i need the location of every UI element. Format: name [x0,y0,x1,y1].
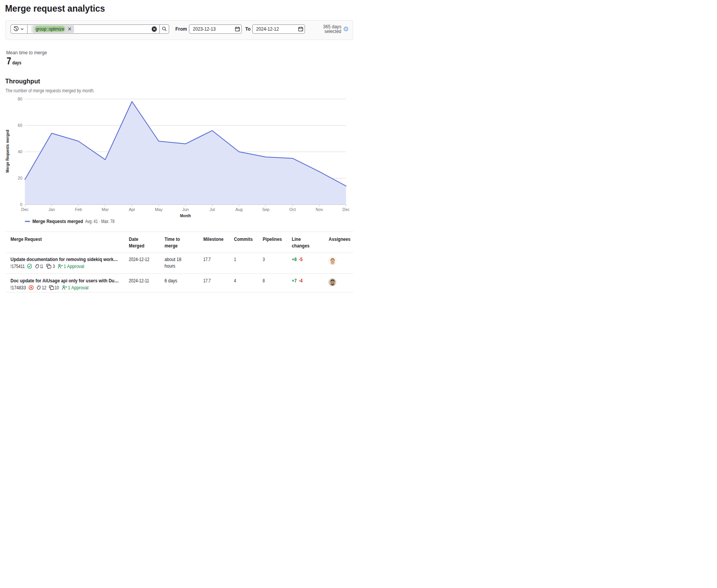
svg-text:Dec: Dec [343,207,350,212]
svg-text:Oct: Oct [289,207,296,212]
svg-text:Mar: Mar [102,207,109,212]
svg-text:80: 80 [18,97,23,101]
svg-text:Apr: Apr [129,207,135,212]
svg-text:Jun: Jun [182,207,189,212]
svg-text:Dec: Dec [21,207,29,212]
svg-text:Sep: Sep [262,207,270,212]
svg-text:Merge Requests merged: Merge Requests merged [5,130,10,173]
svg-text:May: May [155,207,163,212]
svg-text:Jan: Jan [48,207,55,212]
svg-text:Month: Month [180,213,191,218]
svg-text:20: 20 [18,176,23,180]
svg-text:0: 0 [20,202,23,207]
svg-text:Feb: Feb [75,207,82,212]
svg-text:40: 40 [18,149,23,154]
svg-text:Avg: 41 · Max: 78: Avg: 41 · Max: 78 [85,219,115,224]
svg-text:Nov: Nov [316,207,323,212]
svg-text:Aug: Aug [236,207,243,212]
svg-text:60: 60 [18,123,23,128]
svg-text:Merge Requests merged: Merge Requests merged [33,219,83,224]
svg-text:Jul: Jul [210,207,215,212]
